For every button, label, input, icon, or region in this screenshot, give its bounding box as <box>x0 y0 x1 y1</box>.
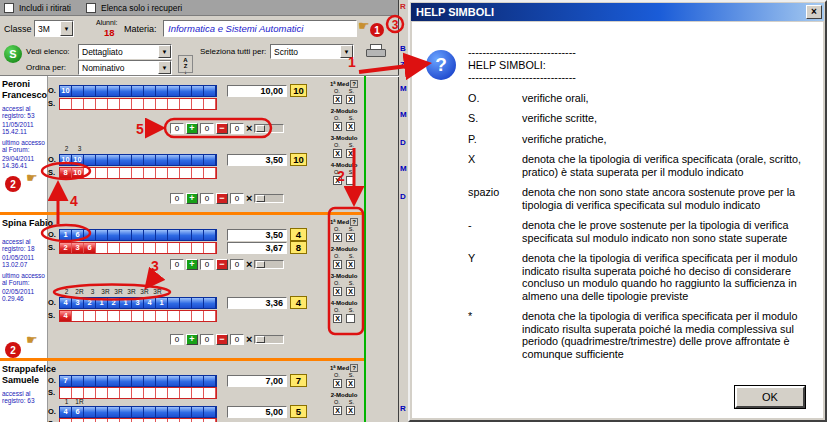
grade-cell[interactable] <box>120 155 132 165</box>
grade-cell[interactable] <box>60 99 72 109</box>
grade-cell[interactable] <box>144 168 156 178</box>
module-status-box[interactable]: X <box>333 176 342 185</box>
grade-cell[interactable]: 4 <box>60 311 72 321</box>
clear-icon[interactable]: × <box>246 334 252 345</box>
grade-cell[interactable] <box>156 376 168 386</box>
grade-cell[interactable] <box>144 376 156 386</box>
seleziona-select[interactable]: Scritto ▼ <box>270 44 354 59</box>
grade-cell[interactable] <box>72 388 84 398</box>
module-status-box[interactable]: X <box>333 122 342 131</box>
grade-cell[interactable] <box>144 99 156 109</box>
grade-cell[interactable] <box>168 243 180 253</box>
grade-cell[interactable] <box>144 419 156 422</box>
grade-cell[interactable] <box>180 311 192 321</box>
grade-cell[interactable] <box>132 168 144 178</box>
grade-cell[interactable]: 4 <box>144 298 156 308</box>
grade-cell[interactable] <box>72 419 84 422</box>
add-grade-button[interactable]: + <box>186 334 198 345</box>
clear-icon[interactable]: × <box>246 193 252 204</box>
remove-grade-button[interactable]: − <box>216 334 228 345</box>
grade-cell[interactable]: 10 <box>72 155 84 165</box>
grade-cell[interactable]: 8 <box>60 168 72 178</box>
grade-slider[interactable] <box>254 260 284 269</box>
module-status-box[interactable]: X <box>346 233 355 242</box>
grade-cell[interactable] <box>192 298 204 308</box>
grade-cell[interactable] <box>120 86 132 96</box>
grade-cell[interactable] <box>192 86 204 96</box>
grade-cell[interactable] <box>108 155 120 165</box>
grade-cell[interactable] <box>204 99 216 109</box>
clear-icon[interactable]: × <box>246 259 252 270</box>
grade-cell[interactable] <box>168 376 180 386</box>
grade-cell[interactable] <box>96 168 108 178</box>
grade-cell[interactable] <box>204 155 216 165</box>
grade-cell[interactable] <box>84 311 96 321</box>
grade-cell[interactable] <box>180 86 192 96</box>
grade-cell[interactable] <box>96 388 108 398</box>
slider-thumb[interactable] <box>256 336 265 343</box>
grade-cell[interactable]: 1 <box>120 298 132 308</box>
help-button[interactable]: ? <box>350 364 358 372</box>
close-icon[interactable]: × <box>806 5 822 19</box>
grade-cell[interactable] <box>204 298 216 308</box>
chevron-down-icon[interactable]: ▼ <box>158 61 171 74</box>
grade-cell[interactable] <box>192 230 204 240</box>
grade-cell[interactable] <box>132 376 144 386</box>
grade-cell[interactable] <box>204 388 216 398</box>
grade-cell[interactable] <box>120 388 132 398</box>
module-status-box[interactable] <box>346 176 355 185</box>
grade-cell[interactable] <box>192 99 204 109</box>
remove-grade-button[interactable]: − <box>216 259 228 270</box>
module-status-box[interactable]: X <box>346 260 355 269</box>
grade-cell[interactable] <box>108 230 120 240</box>
grade-slider[interactable] <box>254 335 284 344</box>
grade-cell[interactable] <box>204 419 216 422</box>
grade-cell[interactable] <box>144 388 156 398</box>
grade-cell[interactable] <box>120 168 132 178</box>
module-status-box[interactable]: X <box>333 260 342 269</box>
add-grade-button[interactable]: + <box>186 193 198 204</box>
grade-cell[interactable] <box>156 168 168 178</box>
grade-cell[interactable] <box>168 99 180 109</box>
grade-cell[interactable] <box>72 311 84 321</box>
grade-cell[interactable] <box>84 230 96 240</box>
grade-cell[interactable] <box>132 388 144 398</box>
module-status-box[interactable]: X <box>346 149 355 158</box>
grade-cell[interactable] <box>156 311 168 321</box>
module-status-box[interactable]: X <box>346 95 355 104</box>
grade-cell[interactable]: 7 <box>60 376 72 386</box>
grade-cell[interactable] <box>120 407 132 417</box>
grade-cell[interactable] <box>108 311 120 321</box>
grade-cell[interactable] <box>96 419 108 422</box>
grade-cell[interactable]: 2 <box>108 298 120 308</box>
grade-cell[interactable] <box>84 407 96 417</box>
sort-az-icon[interactable]: A Z ↓ <box>178 55 193 73</box>
module-status-box[interactable]: X <box>346 406 355 415</box>
grade-cell[interactable] <box>156 86 168 96</box>
grade-cell[interactable] <box>204 168 216 178</box>
grade-cell[interactable] <box>108 419 120 422</box>
grade-cell[interactable] <box>132 311 144 321</box>
slider-thumb[interactable] <box>256 195 265 202</box>
grade-cell[interactable] <box>72 86 84 96</box>
module-status-box[interactable] <box>346 314 355 323</box>
grade-cell[interactable] <box>168 407 180 417</box>
grade-cell[interactable] <box>204 230 216 240</box>
grade-cell[interactable] <box>156 155 168 165</box>
help-button[interactable]: ? <box>350 218 358 226</box>
grade-cell[interactable] <box>132 86 144 96</box>
grade-cell[interactable]: 1 <box>156 298 168 308</box>
grade-cell[interactable] <box>168 168 180 178</box>
grade-cell[interactable]: 4 <box>60 407 72 417</box>
grade-cell[interactable] <box>60 419 72 422</box>
grade-cell[interactable] <box>132 243 144 253</box>
grade-cell[interactable]: 3 <box>72 243 84 253</box>
grade-cell[interactable] <box>180 243 192 253</box>
grade-cell[interactable] <box>120 230 132 240</box>
hand-icon[interactable]: ☛ <box>26 170 38 185</box>
grade-cell[interactable] <box>84 168 96 178</box>
grade-cell[interactable] <box>84 155 96 165</box>
help-button[interactable]: ? <box>350 80 358 88</box>
grade-cell[interactable] <box>204 243 216 253</box>
grade-cell[interactable] <box>168 419 180 422</box>
